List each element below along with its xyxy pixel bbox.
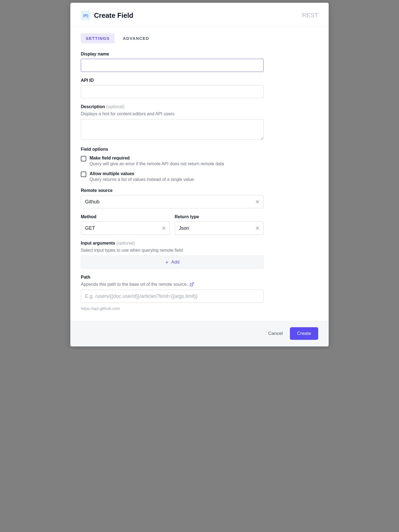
return-type-select[interactable]: Json — [175, 222, 264, 235]
add-button-label: Add — [171, 259, 179, 265]
input-arguments-group: Input arguments (optional) Select input … — [81, 241, 264, 269]
multiple-checkbox[interactable] — [81, 172, 86, 177]
description-optional: (optional) — [106, 104, 124, 109]
api-id-label: API ID — [81, 78, 264, 83]
description-label-text: Description — [81, 104, 105, 109]
return-type-label: Return type — [175, 214, 264, 219]
multiple-label: Allow multiple values — [90, 171, 194, 176]
cancel-button[interactable]: Cancel — [268, 331, 283, 336]
create-button[interactable]: Create — [290, 327, 318, 340]
input-arguments-label: Input arguments (optional) — [81, 241, 264, 246]
path-label: Path — [81, 275, 264, 280]
method-select[interactable]: GET — [81, 222, 170, 235]
required-content: Make field required Query will give an e… — [90, 156, 224, 166]
path-group: Path Appends this path to the base url o… — [81, 275, 264, 311]
input-arguments-optional: (optional) — [117, 241, 135, 245]
return-type-select-wrapper: Json — [175, 222, 264, 235]
external-link-icon[interactable] — [190, 282, 194, 287]
create-field-modal: {R} Create Field REST SETTINGS ADVANCED … — [70, 3, 329, 346]
clear-icon[interactable] — [255, 199, 260, 205]
return-type-group: Return type Json — [175, 214, 264, 235]
header-left: {R} Create Field — [81, 10, 133, 20]
plus-icon — [165, 260, 169, 264]
modal-footer: Cancel Create — [70, 321, 329, 346]
form: Display name API ID Description (optiona… — [81, 52, 264, 311]
svg-line-8 — [191, 283, 193, 285]
remote-source-label: Remote source — [81, 188, 264, 193]
field-options-group: Field options Make field required Query … — [81, 147, 264, 182]
modal-header: {R} Create Field REST — [70, 3, 329, 27]
field-options-title: Field options — [81, 147, 264, 152]
clear-icon[interactable] — [255, 225, 260, 231]
method-label: Method — [81, 214, 170, 219]
remote-source-select[interactable]: Github — [81, 195, 264, 208]
api-id-group: API ID — [81, 78, 264, 98]
remote-source-group: Remote source Github — [81, 188, 264, 208]
path-hint: Appends this path to the base url of the… — [81, 282, 188, 287]
input-arguments-label-text: Input arguments — [81, 241, 115, 245]
multiple-row: Allow multiple values Query returns a li… — [81, 171, 264, 182]
method-group: Method GET — [81, 214, 170, 235]
required-checkbox[interactable] — [81, 156, 86, 161]
description-label: Description (optional) — [81, 104, 264, 109]
page-title: Create Field — [94, 12, 133, 19]
tab-advanced[interactable]: ADVANCED — [118, 33, 154, 43]
multiple-content: Allow multiple values Query returns a li… — [90, 171, 194, 182]
remote-source-select-wrapper: Github — [81, 195, 264, 208]
required-label: Make field required — [90, 156, 224, 161]
add-argument-button[interactable]: Add — [81, 256, 264, 269]
field-type-label: REST — [302, 12, 318, 19]
input-arguments-hint: Select input types to use when querying … — [81, 248, 264, 253]
description-input[interactable] — [81, 119, 264, 140]
tabs: SETTINGS ADVANCED — [81, 33, 318, 43]
tab-settings[interactable]: SETTINGS — [81, 33, 115, 43]
api-id-input[interactable] — [81, 85, 264, 98]
required-hint: Query will give an error if the remote A… — [90, 161, 224, 166]
description-hint: Displays a hint for content editors and … — [81, 111, 264, 116]
base-url: https://api.github.com — [81, 306, 264, 311]
required-row: Make field required Query will give an e… — [81, 156, 264, 166]
method-return-row: Method GET Return type Json — [81, 214, 264, 241]
clear-icon[interactable] — [161, 225, 167, 231]
method-select-wrapper: GET — [81, 222, 170, 235]
path-hint-row: Appends this path to the base url of the… — [81, 282, 264, 287]
rest-icon: {R} — [81, 10, 91, 20]
display-name-group: Display name — [81, 52, 264, 72]
modal-content: SETTINGS ADVANCED Display name API ID De… — [70, 27, 329, 311]
display-name-label: Display name — [81, 52, 264, 57]
multiple-hint: Query returns a list of values instead o… — [90, 177, 194, 182]
description-group: Description (optional) Displays a hint f… — [81, 104, 264, 141]
path-input[interactable] — [81, 290, 264, 303]
display-name-input[interactable] — [81, 59, 264, 72]
